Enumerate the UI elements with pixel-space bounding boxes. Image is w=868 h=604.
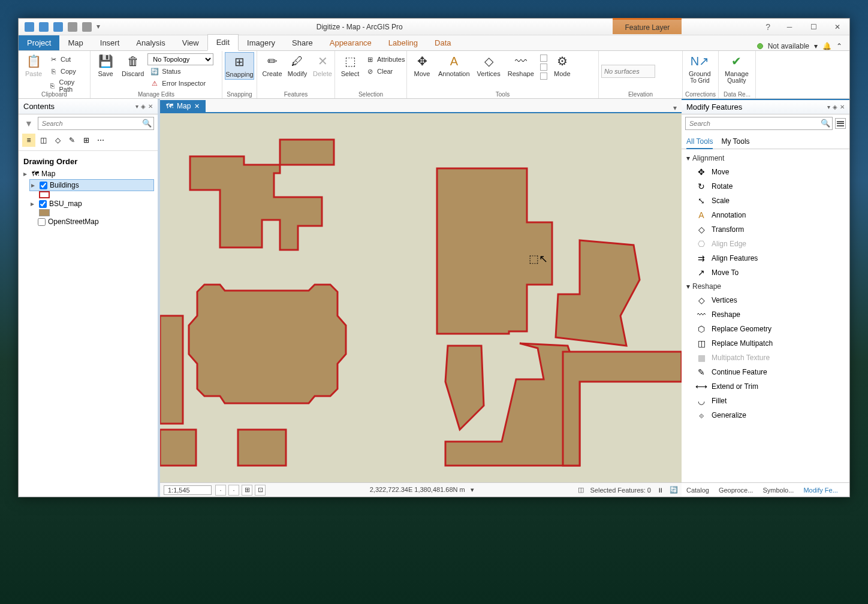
contents-dropdown-icon[interactable]: ▾ xyxy=(135,103,138,110)
toc-list-by-drawing-order[interactable]: ≡ xyxy=(22,134,35,147)
my-tools-tab[interactable]: My Tools xyxy=(721,135,749,149)
tool-transform[interactable]: ◇Transform xyxy=(682,222,849,237)
mode-button[interactable]: ⚙Mode xyxy=(550,52,575,78)
mf-pin-icon[interactable]: ◈ xyxy=(833,104,837,110)
tool-rotate[interactable]: ↻Rotate xyxy=(682,179,849,194)
mf-dropdown-icon[interactable]: ▾ xyxy=(827,104,830,110)
tool-align-features[interactable]: ⇉Align Features xyxy=(682,251,849,265)
tool-move[interactable]: ✥Move xyxy=(682,165,849,179)
expand-icon[interactable]: ▸ xyxy=(23,170,29,178)
manage-quality-button[interactable]: ✔ Manage Quality xyxy=(721,52,752,85)
tab-view[interactable]: View xyxy=(174,35,207,50)
tool-annotation[interactable]: AAnnotation xyxy=(682,208,849,222)
cut-button[interactable]: ✂Cut xyxy=(46,53,88,65)
tab-imagery[interactable]: Imagery xyxy=(239,35,284,50)
modify-button[interactable]: 🖊Modify xyxy=(285,52,310,78)
toc-layer-osm[interactable]: OpenStreetMap xyxy=(37,216,154,227)
save-edits-button[interactable]: 💾Save xyxy=(93,52,118,78)
bottom-tab-geoprocessing[interactable]: Geoproce... xyxy=(714,484,758,496)
search-icon[interactable]: 🔍 xyxy=(142,119,152,128)
buildings-visibility-checkbox[interactable] xyxy=(40,182,47,189)
collapse-ribbon-icon[interactable]: ⌃ xyxy=(836,42,842,50)
select-button[interactable]: ⬚Select xyxy=(337,52,363,78)
qat-dropdown-icon[interactable]: ▾ xyxy=(97,22,100,32)
topology-dropdown[interactable]: No Topology xyxy=(147,53,213,65)
bottom-tab-modify-features[interactable]: Modify Fe... xyxy=(798,484,842,496)
availability-dropdown-icon[interactable]: ▾ xyxy=(814,42,818,50)
search-icon[interactable]: 🔍 xyxy=(821,119,830,128)
status-button[interactable]: 🔄Status xyxy=(147,65,213,77)
copy-button[interactable]: ⎘Copy xyxy=(46,65,88,77)
tool-scale[interactable]: ⤡Scale xyxy=(682,194,849,208)
modify-tools-list[interactable]: ▾Alignment ✥Move ↻Rotate ⤡Scale AAnnotat… xyxy=(682,149,849,482)
refresh-icon[interactable]: 🔄 xyxy=(670,486,678,494)
toc-list-by-snapping[interactable]: ⊞ xyxy=(80,134,93,147)
osm-visibility-checkbox[interactable] xyxy=(38,218,46,226)
map-view-tab[interactable]: 🗺 Map ✕ xyxy=(160,100,206,112)
tool-reshape[interactable]: 〰Reshape xyxy=(682,307,849,322)
vertices-tool-button[interactable]: ◇Vertices xyxy=(474,52,504,78)
toc-list-by-selection[interactable]: ◇ xyxy=(51,134,64,147)
filter-icon[interactable]: ▼ xyxy=(22,119,35,128)
tool-generalize[interactable]: ⟐Generalize xyxy=(682,408,849,422)
all-tools-tab[interactable]: All Tools xyxy=(686,135,713,149)
tab-analysis[interactable]: Analysis xyxy=(128,35,173,50)
bottom-tab-symbology[interactable]: Symbolo... xyxy=(758,484,798,496)
qat-new-icon[interactable] xyxy=(25,22,34,32)
availability-label[interactable]: Not available xyxy=(768,42,809,50)
contents-close-icon[interactable]: ✕ xyxy=(148,103,153,110)
qat-open-icon[interactable] xyxy=(39,22,49,32)
tab-map[interactable]: Map xyxy=(59,35,91,50)
tool-extend-trim[interactable]: ⟷Extend or Trim xyxy=(682,379,849,394)
tool-replace-multipatch[interactable]: ◫Replace Multipatch xyxy=(682,336,849,351)
contents-pin-icon[interactable]: ◈ xyxy=(141,103,146,110)
toc-list-by-source[interactable]: ◫ xyxy=(37,134,50,147)
statusbar-icon-1[interactable]: · xyxy=(215,485,226,496)
bottom-tab-catalog[interactable]: Catalog xyxy=(682,484,714,496)
move-tool-button[interactable]: ✥Move xyxy=(409,52,435,78)
qat-redo-icon[interactable] xyxy=(82,22,92,32)
reshape-tool-button[interactable]: 〰Reshape xyxy=(504,52,538,78)
annotation-tool-button[interactable]: AAnnotation xyxy=(435,52,474,78)
map-view-dropdown-icon[interactable]: ▾ xyxy=(668,104,682,112)
tools-gallery-down[interactable] xyxy=(540,64,547,71)
tab-project[interactable]: Project xyxy=(19,35,59,50)
error-inspector-button[interactable]: ⚠Error Inspector xyxy=(147,77,213,89)
qat-undo-icon[interactable] xyxy=(68,22,77,32)
expand-icon[interactable]: ▸ xyxy=(31,200,37,208)
toc-map-node[interactable]: ▸ 🗺 Map xyxy=(22,168,154,179)
tool-continue-feature[interactable]: ✎Continue Feature xyxy=(682,365,849,379)
tab-data[interactable]: Data xyxy=(426,35,459,50)
tools-gallery-up[interactable] xyxy=(540,55,547,62)
tool-vertices[interactable]: ◇Vertices xyxy=(682,293,849,307)
map-scale-display[interactable]: 1:1,545 xyxy=(164,485,212,495)
tab-share[interactable]: Share xyxy=(284,35,321,50)
tool-move-to[interactable]: ↗Move To xyxy=(682,265,849,280)
mf-menu-icon[interactable] xyxy=(835,118,846,129)
create-button[interactable]: ✏Create xyxy=(260,52,285,78)
map-canvas[interactable]: ⬚↖ xyxy=(160,113,682,482)
tab-insert[interactable]: Insert xyxy=(92,35,128,50)
modify-search-input[interactable] xyxy=(685,117,833,130)
contents-search-input[interactable] xyxy=(38,117,154,130)
toc-list-by-editing[interactable]: ✎ xyxy=(65,134,79,147)
statusbar-icon-3[interactable]: ⊞ xyxy=(242,485,252,496)
bsu-visibility-checkbox[interactable] xyxy=(39,200,47,208)
discard-edits-button[interactable]: 🗑Discard xyxy=(118,52,147,78)
coordinates-dropdown-icon[interactable]: ▾ xyxy=(471,486,474,493)
reshape-group-header[interactable]: ▾Reshape xyxy=(682,280,849,293)
statusbar-icon-4[interactable]: ⊡ xyxy=(255,485,266,496)
map-tab-close-icon[interactable]: ✕ xyxy=(194,102,200,110)
help-icon[interactable]: ? xyxy=(765,22,770,32)
notification-icon[interactable]: 🔔 xyxy=(822,42,831,50)
paste-button[interactable]: 📋 Paste xyxy=(21,52,46,78)
qat-save-icon[interactable] xyxy=(53,22,63,32)
ground-to-grid-button[interactable]: N↗ Ground To Grid xyxy=(685,52,715,85)
tab-edit[interactable]: Edit xyxy=(207,34,239,51)
expand-icon[interactable]: ▸ xyxy=(31,181,37,189)
clear-button[interactable]: ⊘Clear xyxy=(363,65,407,77)
snapping-button[interactable]: ⊞Snapping xyxy=(225,52,254,80)
statusbar-icon-2[interactable]: · xyxy=(228,485,239,496)
tool-replace-geometry[interactable]: ⬡Replace Geometry xyxy=(682,322,849,336)
toc-more-icon[interactable]: ⋯ xyxy=(94,134,107,147)
